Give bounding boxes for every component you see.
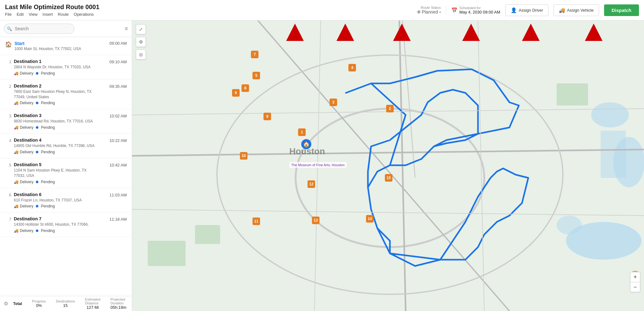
stop-time: 09:10 AM xyxy=(102,59,127,64)
filter-icon[interactable]: ≡ xyxy=(125,25,128,32)
map-marker-11[interactable]: 11 xyxy=(253,218,260,225)
status-dot xyxy=(36,181,38,183)
map-marker-1[interactable]: 1 xyxy=(298,128,306,136)
map-marker-12[interactable]: 12 xyxy=(308,180,315,188)
menu-edit[interactable]: Edit xyxy=(17,12,24,17)
stop-time: 09:35 AM xyxy=(102,84,127,89)
stop-tags: 🚚 Delivery Pending xyxy=(14,101,99,105)
dispatch-button[interactable]: Dispatch xyxy=(604,4,639,16)
stop-item[interactable]: 7 Destination 7 14300 Hollister St #600,… xyxy=(0,212,132,237)
stop-address: 14300 Hollister St #600, Houston, TX 770… xyxy=(14,222,99,227)
menu-operations[interactable]: Operations xyxy=(74,12,94,17)
map-marker-13[interactable]: 13 xyxy=(312,217,319,224)
svg-point-5 xyxy=(557,216,582,235)
map-marker-15[interactable]: 15 xyxy=(385,174,392,182)
stat-value: 127 Mi xyxy=(86,305,99,310)
route-status-value[interactable]: Planned ▾ xyxy=(417,9,441,14)
stop-address: 1104 N Sam Houston Pkwy E, Houston, TX 7… xyxy=(14,168,99,178)
settings-icon[interactable]: ⚙ xyxy=(136,37,146,47)
stop-name: Destination 1 xyxy=(14,59,99,64)
assign-vehicle-label: Assign Vehicle xyxy=(567,8,594,13)
header: Last Mile Optimized Route 0001 File Edit… xyxy=(0,0,644,20)
red-arrow-3 xyxy=(393,24,411,41)
red-arrow-2 xyxy=(336,24,354,41)
stop-number: 2 xyxy=(5,84,11,89)
stop-tags: 🚚 Delivery Pending xyxy=(14,180,99,184)
search-wrapper xyxy=(4,24,122,34)
zoom-out-button[interactable]: − xyxy=(630,282,640,292)
map-marker-5[interactable]: 5 xyxy=(253,72,260,79)
stat-value: 0% xyxy=(36,303,42,308)
stop-number: 1 xyxy=(5,59,11,64)
start-address: 1000 Main St, Houston, TX 77002, USA xyxy=(14,47,99,51)
assign-vehicle-button[interactable]: 🚚 Assign Vehicle xyxy=(553,4,599,16)
stop-content: Destination 4 14905 Old Humble Rd, Humbl… xyxy=(14,138,99,154)
stop-name: Destination 5 xyxy=(14,162,99,167)
stop-item[interactable]: 3 Destination 3 9830 Homestead Rd, Houst… xyxy=(0,109,132,134)
map-marker-10[interactable]: 10 xyxy=(240,152,247,160)
footer-bar: ⚙ Total Progress 0% Destinations 15 Esti… xyxy=(0,296,132,311)
map-svg xyxy=(132,20,644,311)
map-marker-7[interactable]: 7 xyxy=(251,51,258,58)
stop-name: Destination 4 xyxy=(14,138,99,143)
map-marker-8[interactable]: 8 xyxy=(242,84,249,92)
menu-insert[interactable]: Insert xyxy=(42,12,53,17)
pending-status: Pending xyxy=(41,125,55,130)
delivery-tag: 🚚 Delivery xyxy=(14,204,33,208)
zoom-in-button[interactable]: + xyxy=(630,272,640,282)
stop-item[interactable]: 1 Destination 1 2804 N Wayside Dr, Houst… xyxy=(0,55,132,80)
header-right: Route Status Planned ▾ 📅 Scheduled for M… xyxy=(417,4,639,16)
stop-content: Destination 6 610 Frazer Ln, Houston, TX… xyxy=(14,192,99,209)
stop-name: Destination 6 xyxy=(14,192,99,197)
stop-number: 6 xyxy=(5,193,11,197)
stop-address: 9830 Homestead Rd, Houston, TX 77016, US… xyxy=(14,119,99,124)
red-arrow-4 xyxy=(462,24,480,41)
stat-label: Progress xyxy=(32,299,46,303)
map-marker-14[interactable]: 14 xyxy=(366,215,374,223)
stop-time: 10:42 AM xyxy=(102,163,127,167)
scheduled-area: 📅 Scheduled for May 4, 2030 09:00 AM xyxy=(446,6,500,14)
expand-icon[interactable]: ⤢ xyxy=(136,24,146,34)
menu-route[interactable]: Route xyxy=(58,12,69,17)
location-icon[interactable]: ◎ xyxy=(136,49,146,59)
map-area[interactable]: ⤢ ⚙ ◎ Houston The Museum of Fine Arts, H… xyxy=(132,20,644,311)
vehicle-icon: 🚚 xyxy=(559,7,565,13)
assign-driver-button[interactable]: 👤 Assign Driver xyxy=(505,4,548,16)
svg-rect-18 xyxy=(557,83,588,105)
stop-item[interactable]: 5 Destination 5 1104 N Sam Houston Pkwy … xyxy=(0,158,132,188)
map-marker-9[interactable]: 9 xyxy=(264,113,271,120)
title-area: Last Mile Optimized Route 0001 File Edit… xyxy=(5,3,99,17)
gear-icon[interactable]: ⚙ xyxy=(4,301,8,307)
home-marker[interactable]: 🏠 xyxy=(301,139,311,149)
stop-time: 11:18 AM xyxy=(102,217,127,222)
stop-item[interactable]: 4 Destination 4 14905 Old Humble Rd, Hum… xyxy=(0,134,132,158)
red-arrow-1 xyxy=(286,24,304,41)
footer-total-label: Total xyxy=(13,302,22,306)
stop-content: Destination 2 7600 East Sam Houston Pkwy… xyxy=(14,83,99,105)
scheduled-label: Scheduled for xyxy=(459,6,500,10)
stop-number: 4 xyxy=(5,138,11,143)
status-dot xyxy=(36,102,38,104)
stop-item[interactable]: 6 Destination 6 610 Frazer Ln, Houston, … xyxy=(0,188,132,213)
svg-point-3 xyxy=(591,102,629,127)
map-marker-2[interactable]: 2 xyxy=(386,105,394,112)
stop-address: 14905 Old Humble Rd, Humble, TX 77396, U… xyxy=(14,143,99,149)
pending-status: Pending xyxy=(41,71,55,76)
menu-file[interactable]: File xyxy=(5,12,12,17)
pending-status: Pending xyxy=(41,150,55,154)
stop-item[interactable]: 2 Destination 2 7600 East Sam Houston Pk… xyxy=(0,80,132,110)
status-dot xyxy=(36,72,38,75)
start-stop[interactable]: 🏠 Start 1000 Main St, Houston, TX 77002,… xyxy=(0,37,132,55)
map-background: ⤢ ⚙ ◎ Houston The Museum of Fine Arts, H… xyxy=(132,20,644,311)
map-marker-6[interactable]: 6 xyxy=(232,89,240,97)
stop-name: Destination 7 xyxy=(14,216,99,221)
map-marker-3[interactable]: 3 xyxy=(330,99,337,106)
stat-value: 05h:19m xyxy=(110,305,126,310)
menu-view[interactable]: View xyxy=(29,12,37,17)
scheduled-value: May 4, 2030 09:00 AM xyxy=(459,10,500,14)
footer-stat-distance: Estimated Distance 127 Mi xyxy=(85,297,100,310)
map-marker-4[interactable]: 4 xyxy=(348,64,356,71)
delivery-tag: 🚚 Delivery xyxy=(14,101,33,105)
pending-status: Pending xyxy=(41,229,55,233)
search-input[interactable] xyxy=(4,24,75,34)
